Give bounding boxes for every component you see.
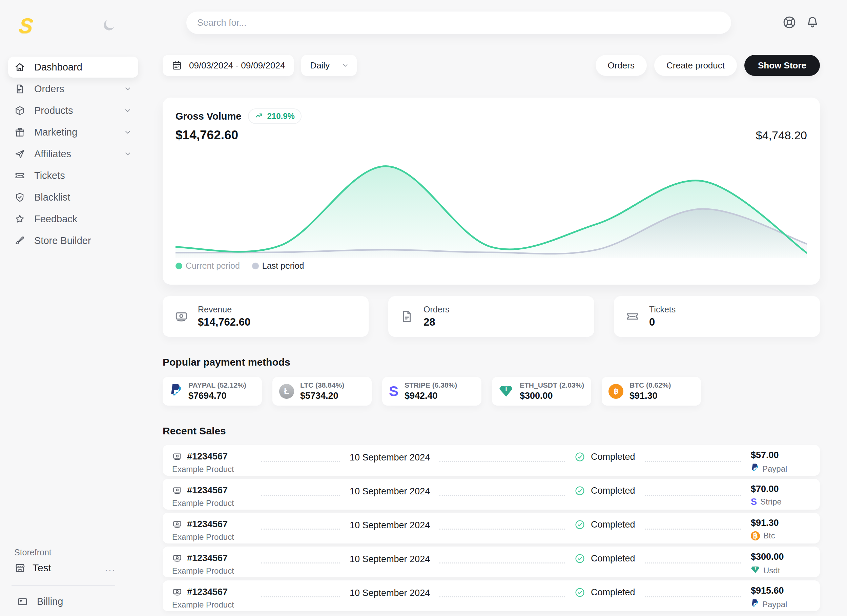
banknote-icon — [172, 519, 182, 529]
sale-status: Completed — [574, 485, 635, 496]
check-circle-icon — [574, 485, 586, 496]
tether-icon: T — [499, 383, 514, 399]
bitcoin-icon: ฿ — [608, 384, 623, 399]
sidebar-item-billing[interactable]: Billing — [14, 596, 116, 607]
billing-label: Billing — [37, 596, 63, 607]
sale-status: Completed — [574, 553, 635, 564]
sidebar-item-label: Tickets — [34, 170, 65, 181]
banknote-icon — [172, 553, 182, 563]
shield-check-icon — [14, 192, 25, 203]
sidebar-item-label: Feedback — [34, 213, 77, 225]
payments-title: Popular payment methods — [162, 356, 820, 368]
sale-product: Example Product — [172, 532, 252, 542]
calendar-icon — [171, 60, 182, 71]
payment-card-stripe: S STRIPE (6.38%) $942.40 — [382, 377, 481, 406]
storefront-label: Storefront — [14, 548, 116, 557]
date-range-picker[interactable]: 09/03/2024 - 09/09/2024 — [162, 55, 294, 76]
storefront-selector[interactable]: Test ... — [14, 562, 116, 574]
sidebar-item-affiliates[interactable]: Affiliates — [8, 143, 138, 164]
dotted-leader — [440, 596, 565, 597]
gross-volume-card: Gross Volume 210.9% $14,762.60 $4,748.20 — [162, 97, 820, 285]
sidebar-item-store-builder[interactable]: Store Builder — [8, 230, 138, 251]
gross-volume-chart — [176, 144, 807, 258]
gross-volume-change: 210.9% — [267, 111, 294, 121]
moon-icon — [102, 18, 117, 32]
payment-label: LTC (38.84%) — [300, 381, 344, 389]
sale-row[interactable]: #1234567 Example Product 10 September 20… — [162, 445, 820, 476]
svg-text:T: T — [754, 566, 757, 570]
recent-sales-list: #1234567 Example Product 10 September 20… — [162, 445, 820, 611]
gross-volume-change-badge: 210.9% — [248, 108, 301, 124]
sale-amount: $70.00 — [751, 484, 809, 496]
sale-status: Completed — [574, 519, 635, 530]
orders-card: Orders 28 — [388, 296, 594, 337]
dotted-leader — [440, 495, 565, 496]
svg-text:T: T — [504, 385, 508, 392]
orders-button[interactable]: Orders — [596, 55, 647, 76]
dotted-leader — [261, 529, 340, 530]
storefront-menu-button[interactable]: ... — [105, 563, 116, 573]
stat-value: 0 — [649, 316, 676, 328]
paypal-icon — [170, 383, 182, 399]
stat-value: $14,762.60 — [198, 316, 250, 328]
sale-row[interactable]: #1234567 Example Product 10 September 20… — [162, 479, 820, 510]
sidebar-item-feedback[interactable]: Feedback — [8, 208, 138, 229]
dotted-leader — [261, 495, 340, 496]
home-icon — [14, 62, 25, 73]
sidebar-item-marketing[interactable]: Marketing — [8, 122, 138, 143]
sidebar-divider — [12, 585, 115, 586]
sale-row[interactable]: #1234567 Example Product 10 September 20… — [162, 547, 820, 578]
dotted-leader — [645, 563, 741, 563]
dark-mode-toggle[interactable] — [101, 18, 117, 34]
sale-date: 10 September 2024 — [350, 486, 430, 497]
sidebar-item-products[interactable]: Products — [8, 100, 138, 121]
sale-product: Example Product — [172, 498, 252, 508]
payment-amount: $300.00 — [520, 391, 584, 401]
notifications-button[interactable] — [805, 15, 820, 31]
sale-product: Example Product — [172, 566, 252, 576]
sale-order-id: #1234567 — [187, 553, 228, 563]
sale-row[interactable]: #1234567 Example Product 10 September 20… — [162, 513, 820, 544]
sale-amount: $915.60 — [751, 585, 809, 598]
stat-label: Orders — [424, 304, 449, 315]
tickets-card: Tickets 0 — [614, 296, 820, 337]
dotted-leader — [261, 461, 340, 462]
payment-card-paypal: PAYPAL (52.12%) $7694.70 — [162, 377, 262, 406]
show-store-button[interactable]: Show Store — [744, 55, 820, 76]
sidebar-item-blacklist[interactable]: Blacklist — [8, 187, 138, 208]
sale-date: 10 September 2024 — [350, 452, 430, 463]
ticket-icon — [626, 309, 640, 324]
sidebar-item-orders[interactable]: Orders — [8, 78, 138, 99]
sale-amount: $300.00 — [751, 552, 809, 564]
dotted-leader — [645, 529, 741, 530]
recent-sales-title: Recent Sales — [162, 425, 820, 437]
sale-product: Example Product — [172, 465, 252, 474]
storefront-icon — [14, 562, 26, 574]
sidebar-item-label: Orders — [34, 83, 64, 95]
revenue-card: Revenue $14,762.60 — [162, 296, 369, 337]
help-button[interactable] — [782, 15, 797, 31]
payment-card-ltc: Ł LTC (38.84%) $5734.20 — [272, 377, 372, 406]
search-input[interactable] — [186, 12, 731, 34]
sidebar-item-tickets[interactable]: Tickets — [8, 165, 138, 186]
interval-select[interactable]: Daily — [301, 55, 357, 76]
ticket-icon — [14, 170, 25, 181]
dotted-leader — [440, 529, 565, 530]
dotted-leader — [645, 495, 741, 496]
dotted-leader — [261, 596, 340, 597]
sale-method: TUsdt — [751, 565, 809, 576]
dotted-leader — [440, 563, 565, 563]
stat-value: 28 — [424, 316, 449, 328]
life-buoy-icon — [782, 15, 797, 31]
banknote-icon — [174, 309, 188, 324]
sidebar-item-dashboard[interactable]: Dashboard — [8, 56, 138, 78]
sidebar-nav: Dashboard Orders Products Marketing Affi… — [8, 56, 138, 251]
date-range-value: 09/03/2024 - 09/09/2024 — [189, 60, 285, 71]
sidebar-item-label: Affiliates — [34, 148, 71, 160]
trending-up-icon — [255, 112, 264, 121]
create-product-button[interactable]: Create product — [654, 55, 737, 76]
tether-icon: T — [751, 565, 760, 576]
sale-row[interactable]: #1234567 Example Product 10 September 20… — [162, 581, 820, 611]
chevron-down-icon — [123, 149, 132, 158]
payment-label: STRIPE (6.38%) — [404, 381, 457, 389]
